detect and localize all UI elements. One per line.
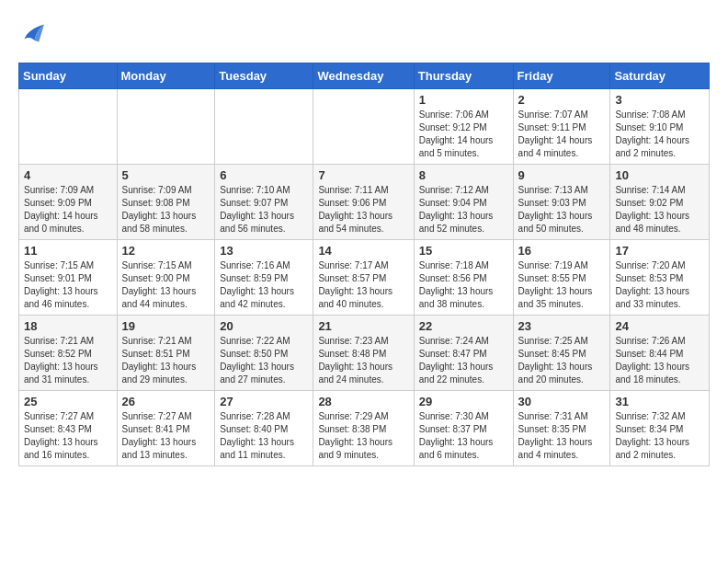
day-cell: 17Sunrise: 7:20 AM Sunset: 8:53 PM Dayli… [610,240,710,316]
day-info: Sunrise: 7:16 AM Sunset: 8:59 PM Dayligh… [220,259,308,311]
day-info: Sunrise: 7:12 AM Sunset: 9:04 PM Dayligh… [419,184,508,236]
day-number: 18 [24,319,112,333]
day-number: 6 [220,168,308,182]
day-cell: 28Sunrise: 7:29 AM Sunset: 8:38 PM Dayli… [313,391,414,466]
day-number: 4 [24,168,112,182]
day-cell: 20Sunrise: 7:22 AM Sunset: 8:50 PM Dayli… [215,316,313,391]
day-number: 1 [419,93,508,107]
day-cell: 18Sunrise: 7:21 AM Sunset: 8:52 PM Dayli… [19,316,118,391]
day-number: 15 [419,244,508,258]
day-cell: 3Sunrise: 7:08 AM Sunset: 9:10 PM Daylig… [610,89,710,165]
logo [18,18,51,48]
header [18,18,710,48]
day-header-friday: Friday [513,63,610,89]
day-info: Sunrise: 7:29 AM Sunset: 8:38 PM Dayligh… [318,410,408,462]
day-cell: 16Sunrise: 7:19 AM Sunset: 8:55 PM Dayli… [513,240,610,316]
day-cell: 4Sunrise: 7:09 AM Sunset: 9:09 PM Daylig… [19,165,118,240]
day-cell: 26Sunrise: 7:27 AM Sunset: 8:41 PM Dayli… [117,391,215,466]
day-cell: 7Sunrise: 7:11 AM Sunset: 9:06 PM Daylig… [313,165,414,240]
day-number: 7 [318,168,408,182]
day-header-thursday: Thursday [414,63,513,89]
day-info: Sunrise: 7:26 AM Sunset: 8:44 PM Dayligh… [615,335,704,386]
day-info: Sunrise: 7:17 AM Sunset: 8:57 PM Dayligh… [318,259,408,311]
day-number: 12 [122,244,210,258]
day-info: Sunrise: 7:13 AM Sunset: 9:03 PM Dayligh… [518,184,606,236]
day-header-saturday: Saturday [610,63,710,89]
day-cell: 12Sunrise: 7:15 AM Sunset: 9:00 PM Dayli… [117,240,215,316]
day-number: 23 [518,319,606,333]
day-number: 2 [518,93,606,107]
day-cell: 8Sunrise: 7:12 AM Sunset: 9:04 PM Daylig… [414,165,513,240]
day-info: Sunrise: 7:24 AM Sunset: 8:47 PM Dayligh… [419,335,508,386]
week-row-2: 4Sunrise: 7:09 AM Sunset: 9:09 PM Daylig… [19,165,710,240]
week-row-5: 25Sunrise: 7:27 AM Sunset: 8:43 PM Dayli… [19,391,710,466]
day-cell: 6Sunrise: 7:10 AM Sunset: 9:07 PM Daylig… [215,165,313,240]
day-cell [215,89,313,165]
day-number: 17 [615,244,704,258]
day-header-tuesday: Tuesday [215,63,313,89]
day-cell: 5Sunrise: 7:09 AM Sunset: 9:08 PM Daylig… [117,165,215,240]
day-info: Sunrise: 7:23 AM Sunset: 8:48 PM Dayligh… [318,335,408,386]
day-number: 27 [220,395,308,408]
day-info: Sunrise: 7:30 AM Sunset: 8:37 PM Dayligh… [419,410,508,462]
day-number: 3 [615,93,704,107]
day-info: Sunrise: 7:31 AM Sunset: 8:35 PM Dayligh… [518,410,606,462]
day-info: Sunrise: 7:22 AM Sunset: 8:50 PM Dayligh… [220,335,308,386]
day-cell: 1Sunrise: 7:06 AM Sunset: 9:12 PM Daylig… [414,89,513,165]
day-cell: 11Sunrise: 7:15 AM Sunset: 9:01 PM Dayli… [19,240,118,316]
day-cell: 31Sunrise: 7:32 AM Sunset: 8:34 PM Dayli… [610,391,710,466]
day-number: 16 [518,244,606,258]
calendar-table: SundayMondayTuesdayWednesdayThursdayFrid… [18,63,710,466]
day-header-monday: Monday [117,63,215,89]
day-cell: 21Sunrise: 7:23 AM Sunset: 8:48 PM Dayli… [313,316,414,391]
day-cell: 2Sunrise: 7:07 AM Sunset: 9:11 PM Daylig… [513,89,610,165]
day-info: Sunrise: 7:06 AM Sunset: 9:12 PM Dayligh… [419,109,508,160]
day-cell [19,89,118,165]
day-number: 29 [419,395,508,408]
day-info: Sunrise: 7:15 AM Sunset: 9:00 PM Dayligh… [122,259,210,311]
day-info: Sunrise: 7:14 AM Sunset: 9:02 PM Dayligh… [615,184,704,236]
day-cell: 13Sunrise: 7:16 AM Sunset: 8:59 PM Dayli… [215,240,313,316]
day-info: Sunrise: 7:15 AM Sunset: 9:01 PM Dayligh… [24,259,112,311]
day-info: Sunrise: 7:25 AM Sunset: 8:45 PM Dayligh… [518,335,606,386]
day-cell: 14Sunrise: 7:17 AM Sunset: 8:57 PM Dayli… [313,240,414,316]
day-number: 5 [122,168,210,182]
day-cell [313,89,414,165]
day-cell: 27Sunrise: 7:28 AM Sunset: 8:40 PM Dayli… [215,391,313,466]
day-number: 21 [318,319,408,333]
day-info: Sunrise: 7:32 AM Sunset: 8:34 PM Dayligh… [615,410,704,462]
day-cell: 15Sunrise: 7:18 AM Sunset: 8:56 PM Dayli… [414,240,513,316]
day-number: 10 [615,168,704,182]
day-info: Sunrise: 7:27 AM Sunset: 8:43 PM Dayligh… [24,410,112,462]
day-info: Sunrise: 7:09 AM Sunset: 9:09 PM Dayligh… [24,184,112,236]
day-cell: 9Sunrise: 7:13 AM Sunset: 9:03 PM Daylig… [513,165,610,240]
day-info: Sunrise: 7:08 AM Sunset: 9:10 PM Dayligh… [615,109,704,160]
week-row-1: 1Sunrise: 7:06 AM Sunset: 9:12 PM Daylig… [19,89,710,165]
logo-bird-icon [18,18,48,48]
day-info: Sunrise: 7:21 AM Sunset: 8:52 PM Dayligh… [24,335,112,386]
day-header-sunday: Sunday [19,63,118,89]
week-row-4: 18Sunrise: 7:21 AM Sunset: 8:52 PM Dayli… [19,316,710,391]
day-info: Sunrise: 7:20 AM Sunset: 8:53 PM Dayligh… [615,259,704,311]
day-info: Sunrise: 7:19 AM Sunset: 8:55 PM Dayligh… [518,259,606,311]
day-cell: 23Sunrise: 7:25 AM Sunset: 8:45 PM Dayli… [513,316,610,391]
day-info: Sunrise: 7:27 AM Sunset: 8:41 PM Dayligh… [122,410,210,462]
day-header-wednesday: Wednesday [313,63,414,89]
day-cell: 24Sunrise: 7:26 AM Sunset: 8:44 PM Dayli… [610,316,710,391]
day-cell [117,89,215,165]
day-info: Sunrise: 7:10 AM Sunset: 9:07 PM Dayligh… [220,184,308,236]
day-number: 24 [615,319,704,333]
day-info: Sunrise: 7:11 AM Sunset: 9:06 PM Dayligh… [318,184,408,236]
days-header-row: SundayMondayTuesdayWednesdayThursdayFrid… [19,63,710,89]
day-number: 31 [615,395,704,408]
day-number: 14 [318,244,408,258]
day-cell: 10Sunrise: 7:14 AM Sunset: 9:02 PM Dayli… [610,165,710,240]
day-number: 28 [318,395,408,408]
day-cell: 29Sunrise: 7:30 AM Sunset: 8:37 PM Dayli… [414,391,513,466]
day-number: 9 [518,168,606,182]
day-number: 30 [518,395,606,408]
page: SundayMondayTuesdayWednesdayThursdayFrid… [0,0,728,485]
day-info: Sunrise: 7:07 AM Sunset: 9:11 PM Dayligh… [518,109,606,160]
day-cell: 22Sunrise: 7:24 AM Sunset: 8:47 PM Dayli… [414,316,513,391]
day-cell: 25Sunrise: 7:27 AM Sunset: 8:43 PM Dayli… [19,391,118,466]
